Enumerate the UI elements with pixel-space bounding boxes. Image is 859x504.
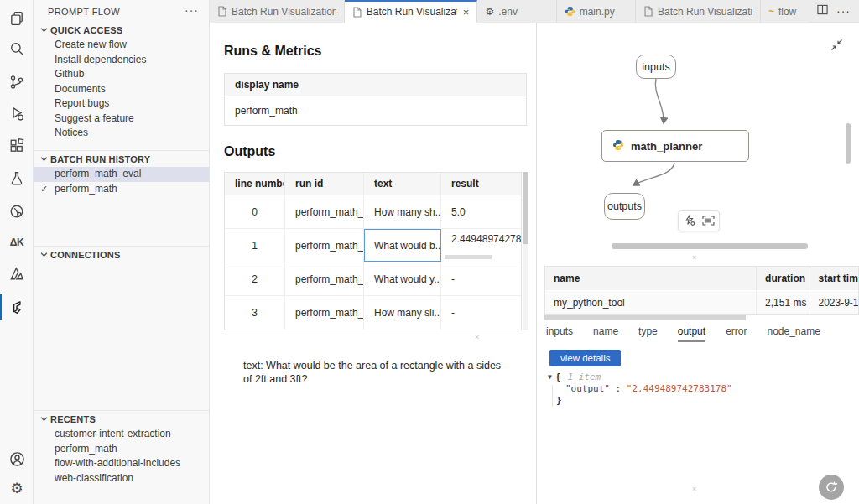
batch-run-visualization-panel: Runs & Metrics display name perform_math…: [210, 23, 537, 504]
chevron-down-icon: [37, 155, 50, 163]
sidebar-more-actions[interactable]: ···: [185, 3, 199, 17]
panel-vertical-scrollbar[interactable]: [846, 123, 851, 164]
sidebar-item-perform-math[interactable]: ✓ perform_math: [34, 182, 209, 197]
json-line-open: ▼{1 item: [548, 372, 732, 383]
tab-env[interactable]: ⚙ .env: [477, 0, 556, 23]
refresh-button[interactable]: [819, 475, 844, 500]
cell-display-name[interactable]: perform_math: [225, 96, 526, 125]
chevron-down-icon: [37, 26, 50, 34]
fit-to-canvas-icon[interactable]: [702, 214, 715, 229]
test-explorer-icon[interactable]: [7, 201, 27, 221]
detail-tab-type[interactable]: type: [638, 325, 658, 342]
node-table-horizontal-scrollbar[interactable]: [544, 315, 746, 320]
sidebar-item-create-new-flow[interactable]: Create new flow: [34, 38, 209, 53]
cell-text-selected[interactable]: What would b...: [364, 229, 441, 262]
cell-text[interactable]: What would y...: [364, 262, 441, 295]
source-control-icon[interactable]: [7, 72, 27, 92]
cell-text[interactable]: How many sli...: [364, 296, 441, 330]
table-header-row: display name: [225, 74, 526, 96]
graph-node-inputs[interactable]: inputs: [636, 55, 676, 79]
python-icon: [565, 6, 575, 17]
table-row[interactable]: my_python_tool 2,151 ms 2023-9-1: [545, 291, 858, 314]
tab-flow-yaml[interactable]: ~ flow: [761, 0, 809, 23]
graph-node-math-planner[interactable]: math_planner: [601, 130, 749, 162]
split-editor-icon[interactable]: [817, 3, 828, 18]
detail-tab-output[interactable]: output: [678, 325, 705, 342]
cell-text[interactable]: How many sh...: [364, 195, 441, 228]
tab-main-py[interactable]: main.py: [557, 0, 636, 23]
sidebar-item-web-classification[interactable]: web-classification: [34, 471, 209, 486]
auto-layout-icon[interactable]: [684, 214, 695, 229]
cell-run-id[interactable]: perform_math_2: [285, 262, 364, 295]
more-actions-icon[interactable]: ···: [836, 4, 851, 18]
sidebar-item-documents[interactable]: Documents: [34, 82, 209, 97]
cell-horizontal-scrollbar[interactable]: [445, 255, 492, 259]
beaker-icon[interactable]: [7, 169, 27, 189]
file-icon: [643, 6, 653, 17]
scrollbar-thumb[interactable]: [523, 172, 528, 244]
azure-icon[interactable]: [7, 263, 27, 283]
section-header-recents[interactable]: RECENTS: [34, 411, 209, 427]
cell-start-time[interactable]: 2023-9-1: [810, 291, 859, 314]
tab-batch-run-visualization-1[interactable]: Batch Run Visualization: [210, 0, 345, 23]
sidebar-item-install-dependencies[interactable]: Install dependencies: [34, 53, 209, 68]
sidebar-item-notices[interactable]: Notices: [34, 126, 209, 141]
sidebar-item-customer-intent-extraction[interactable]: customer-intent-extraction: [34, 427, 209, 442]
sidebar-item-github[interactable]: Github: [34, 67, 209, 82]
sidebar-item-flow-with-additional-includes[interactable]: flow-with-additional-includes: [34, 456, 209, 471]
search-icon[interactable]: [7, 39, 27, 59]
table-row[interactable]: perform_math: [225, 96, 526, 125]
collapse-triangle-icon[interactable]: ▼: [548, 372, 552, 383]
detail-tab-name[interactable]: name: [593, 325, 618, 342]
settings-gear-icon[interactable]: ⚙: [7, 478, 27, 498]
extensions-icon[interactable]: [7, 136, 27, 156]
sidebar-item-perform-math-eval[interactable]: perform_math_eval: [34, 167, 209, 182]
cell-result[interactable]: -: [441, 262, 521, 295]
node-label: inputs: [642, 61, 669, 73]
prompt-flow-icon[interactable]: [7, 297, 27, 317]
tab-batch-run-visualization-active[interactable]: Batch Run Visualization ×: [345, 0, 478, 23]
cell-run-id[interactable]: perform_math_1: [285, 229, 364, 262]
detail-tab-inputs[interactable]: inputs: [546, 325, 573, 342]
cell-result[interactable]: 2.449489742783178: [441, 229, 521, 262]
close-icon[interactable]: ×: [463, 6, 470, 18]
flow-yaml-icon: ~: [768, 7, 774, 17]
outputs-table-scrollbar[interactable]: [523, 172, 528, 330]
copy-files-icon[interactable]: [7, 8, 27, 29]
sidebar-item-report-bugs[interactable]: Report bugs: [34, 96, 209, 112]
sidebar-item-suggest-a-feature[interactable]: Suggest a feature: [34, 112, 209, 127]
section-header-quick-access[interactable]: QUICK ACCESS: [34, 22, 209, 38]
detail-tab-error[interactable]: error: [726, 325, 747, 342]
run-debug-icon[interactable]: [7, 103, 27, 123]
chevron-down-icon: [37, 415, 50, 423]
graph-horizontal-scrollbar[interactable]: [612, 243, 808, 249]
table-row: 3 perform_math_3 How many sli... -: [225, 296, 521, 330]
cell-run-id[interactable]: perform_math_3: [285, 296, 364, 330]
cell-result[interactable]: -: [441, 296, 521, 330]
graph-node-outputs[interactable]: outputs: [604, 193, 645, 220]
detail-tab-node-name[interactable]: node_name: [767, 325, 820, 342]
section-header-batch-run-history[interactable]: BATCH RUN HISTORY: [34, 151, 209, 167]
cell-line-number[interactable]: 2: [225, 262, 285, 295]
table-header-row: name duration start time: [545, 267, 858, 291]
view-details-button[interactable]: view details: [549, 350, 621, 366]
cell-node-name[interactable]: my_python_tool: [545, 291, 757, 314]
section-batch-run-history: BATCH RUN HISTORY perform_math_eval ✓ pe…: [34, 150, 209, 196]
cell-run-id[interactable]: perform_math_0: [285, 195, 364, 228]
account-icon[interactable]: [7, 449, 27, 469]
section-connections: CONNECTIONS: [34, 246, 209, 262]
refresh-icon: [825, 481, 838, 494]
json-line-output: "output" : "2.449489742783178": [548, 383, 732, 395]
collapse-panel-icon[interactable]: [830, 39, 843, 55]
resize-handle-mark: ×: [692, 254, 696, 262]
sidebar-item-perform-math-recent[interactable]: perform_math: [34, 442, 209, 457]
dk-sdk-icon[interactable]: ΔK: [7, 232, 27, 252]
cell-line-number[interactable]: 3: [225, 296, 285, 330]
cell-result[interactable]: 5.0: [441, 195, 521, 228]
tab-batch-run-visualization-2[interactable]: Batch Run Visualization: [636, 0, 761, 23]
editor-tab-bar: Batch Run Visualization Batch Run Visual…: [210, 0, 859, 23]
section-header-connections[interactable]: CONNECTIONS: [34, 247, 209, 262]
cell-line-number[interactable]: 0: [225, 195, 285, 228]
cell-duration[interactable]: 2,151 ms: [757, 291, 810, 314]
cell-line-number[interactable]: 1: [225, 229, 285, 262]
